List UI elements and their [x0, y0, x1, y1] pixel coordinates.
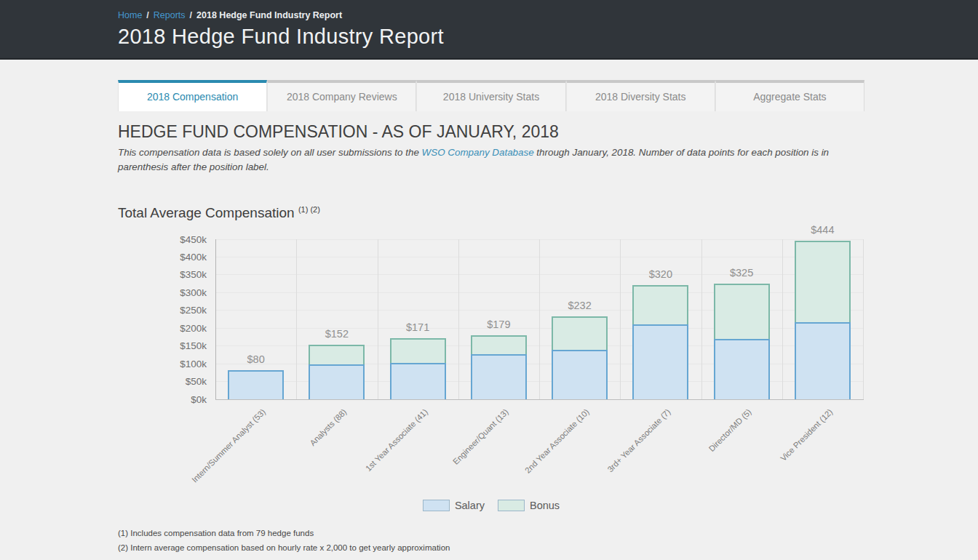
- page-title: 2018 Hedge Fund Industry Report: [118, 25, 978, 49]
- tab-2018-university-stats[interactable]: 2018 University Stats: [416, 80, 565, 111]
- wso-company-database-link[interactable]: WSO Company Database: [422, 147, 534, 158]
- bonus-bar-segment: [632, 285, 688, 324]
- vertical-gridline: [378, 239, 378, 399]
- footnote-2: (2) Intern average compensation based on…: [118, 543, 864, 552]
- x-axis-category-label: Vice President (12): [779, 407, 834, 463]
- salary-bar-segment: [309, 364, 365, 399]
- y-axis-tick-label: $400k: [118, 251, 207, 262]
- tab-2018-compensation[interactable]: 2018 Compensation: [118, 80, 267, 111]
- y-axis-line: [215, 239, 216, 400]
- legend-label-bonus: Bonus: [530, 500, 560, 511]
- vertical-gridline: [620, 239, 621, 399]
- legend-item-salary[interactable]: Salary: [423, 500, 485, 511]
- vertical-gridline: [782, 239, 783, 399]
- salary-bar-segment: [471, 354, 527, 399]
- y-axis-tick-label: $450k: [118, 233, 207, 244]
- y-axis-tick-label: $350k: [118, 269, 207, 280]
- y-axis-tick-label: $150k: [118, 340, 207, 351]
- legend-swatch-salary: [423, 500, 450, 511]
- bar-value-label: $325: [701, 267, 782, 279]
- bonus-bar-segment: [471, 335, 527, 354]
- section-heading: HEDGE FUND COMPENSATION - AS OF JANUARY,…: [118, 122, 864, 142]
- bonus-bar-segment: [390, 338, 446, 363]
- x-axis-category-label: Director/MD (5): [707, 407, 753, 453]
- legend-item-bonus[interactable]: Bonus: [498, 500, 560, 511]
- bonus-bar-segment: [552, 316, 608, 349]
- salary-bar-segment: [795, 322, 851, 399]
- chart-legend: SalaryBonus: [118, 500, 864, 511]
- x-axis-category-label: 1st Year Associate (41): [363, 407, 429, 473]
- vertical-gridline: [863, 239, 864, 399]
- tab-bar: 2018 Compensation2018 Company Reviews201…: [118, 80, 864, 111]
- salary-bar-segment: [632, 324, 688, 399]
- salary-bar-segment: [390, 363, 446, 399]
- y-axis-tick-label: $50k: [118, 376, 207, 387]
- bonus-bar-segment: [795, 241, 851, 322]
- compensation-bar-chart: $450k$400k$350k$300k$250k$200k$150k$100k…: [118, 228, 864, 498]
- vertical-gridline: [701, 239, 702, 399]
- bonus-bar-segment: [714, 284, 770, 340]
- section-description: This compensation data is based solely o…: [118, 145, 854, 175]
- tab-2018-company-reviews[interactable]: 2018 Company Reviews: [267, 80, 416, 111]
- tab-aggregate-stats[interactable]: Aggregate Stats: [715, 80, 864, 111]
- tab-2018-diversity-stats[interactable]: 2018 Diversity Stats: [566, 80, 715, 111]
- salary-bar-segment: [552, 350, 608, 399]
- site-header: Home/Reports/2018 Hedge Fund Industry Re…: [0, 0, 978, 60]
- bar-value-label: $320: [621, 268, 701, 280]
- breadcrumb-link-home[interactable]: Home: [118, 10, 142, 20]
- legend-swatch-bonus: [498, 500, 525, 511]
- x-axis-category-label: Analysts (88): [308, 407, 348, 447]
- y-axis-tick-label: $0k: [118, 393, 207, 404]
- chart-title-footnote-refs: (1) (2): [298, 205, 320, 214]
- y-axis-tick-label: $100k: [118, 358, 207, 369]
- vertical-gridline: [539, 239, 540, 399]
- footnotes: (1) Includes compensation data from 79 h…: [118, 529, 864, 552]
- y-axis-tick-label: $300k: [118, 287, 207, 297]
- breadcrumb: Home/Reports/2018 Hedge Fund Industry Re…: [118, 10, 978, 20]
- x-axis-category-label: 3rd+ Year Associate (7): [605, 407, 672, 473]
- x-axis-line: [215, 399, 864, 400]
- chart-title: Total Average Compensation (1) (2): [118, 205, 864, 221]
- y-axis-tick-label: $200k: [118, 322, 207, 333]
- x-axis-category-label: Intern/Summer Analyst (53): [190, 407, 267, 484]
- breadcrumb-current-2018-hedge-fund-industry-report: 2018 Hedge Fund Industry Report: [196, 10, 342, 20]
- legend-label-salary: Salary: [455, 500, 485, 511]
- vertical-gridline: [296, 239, 297, 399]
- bar-value-label: $232: [540, 300, 620, 311]
- x-axis-category-label: Engineer/Quant (13): [451, 407, 510, 466]
- bar-value-label: $171: [378, 321, 458, 333]
- breadcrumb-link-reports[interactable]: Reports: [154, 10, 186, 20]
- bar-value-label: $152: [297, 328, 377, 340]
- breadcrumb-separator: /: [146, 10, 148, 20]
- bonus-bar-segment: [309, 345, 365, 364]
- y-axis-tick-label: $250k: [118, 305, 207, 316]
- bar-value-label: $179: [458, 319, 538, 330]
- footnote-1: (1) Includes compensation data from 79 h…: [118, 529, 864, 537]
- x-axis-category-label: 2nd Year Associate (10): [523, 407, 591, 475]
- bar-value-label: $80: [216, 353, 296, 365]
- breadcrumb-separator: /: [190, 10, 192, 20]
- description-text-before: This compensation data is based solely o…: [118, 147, 422, 158]
- salary-bar-segment: [228, 370, 284, 399]
- main-content: 2018 Compensation2018 Company Reviews201…: [118, 80, 864, 552]
- bar-value-label: $444: [782, 224, 862, 236]
- salary-bar-segment: [714, 339, 770, 399]
